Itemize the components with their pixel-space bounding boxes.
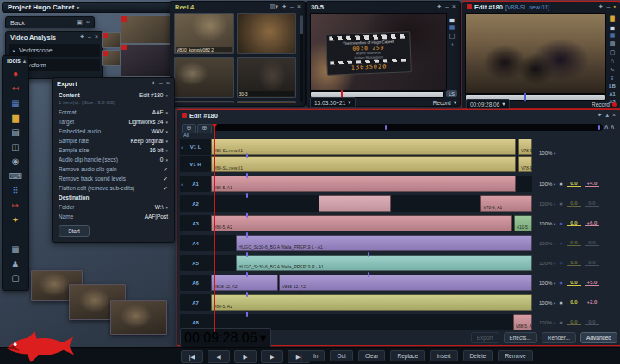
track-trim[interactable]: +5.0: [585, 280, 599, 286]
source-timecode[interactable]: 13:03:30+21▾: [310, 97, 356, 108]
import-icon[interactable]: ↤: [8, 83, 23, 95]
archive-icon[interactable]: ◫: [8, 141, 23, 153]
go-to-start-button[interactable]: |◀: [181, 350, 203, 363]
track-header-a6[interactable]: A6: [180, 275, 211, 291]
setting-value[interactable]: Lightworks 24: [128, 119, 163, 125]
settings-icon[interactable]: ✦: [437, 3, 442, 10]
folders-icon[interactable]: ▄: [450, 15, 455, 22]
stacked-viewer-thumbnail[interactable]: [102, 50, 121, 66]
close-icon[interactable]: ×: [86, 19, 90, 26]
timeline-clip[interactable]: V88-5, A1: [513, 314, 532, 330]
timeline-clip[interactable]: V88-5, A1: [211, 176, 516, 192]
export-button[interactable]: Export: [471, 332, 499, 343]
edit-timecode[interactable]: 00:09:28.06▾: [466, 99, 510, 109]
track-opacity[interactable]: 100% ▾: [539, 201, 555, 207]
name-value[interactable]: AAF|Post: [145, 213, 168, 219]
track-gain[interactable]: 0.0: [567, 280, 581, 286]
bin-clip-tile[interactable]: [174, 57, 234, 98]
track-meter-icon[interactable]: ✱: [559, 261, 563, 266]
grid-icon[interactable]: ▦: [8, 243, 23, 255]
timeline-clip[interactable]: V838-12, A2: [279, 275, 532, 291]
track-header-v1l[interactable]: »V1 L: [180, 139, 211, 155]
viewer-side-label[interactable]: LB: [609, 83, 615, 89]
users-icon[interactable]: ♟: [8, 257, 23, 269]
record-icon[interactable]: ●: [8, 68, 23, 80]
track-opacity[interactable]: 100% ▾: [539, 281, 555, 286]
tiles-icon[interactable]: ▦: [450, 24, 456, 31]
timeline-clip[interactable]: HUGO_Sc30-6_BG A Walla_PREP19 L - A1: [236, 235, 532, 251]
viewer-thumbnail[interactable]: [121, 44, 171, 77]
settings-icon[interactable]: ✦: [282, 3, 287, 10]
zoom-in-icon[interactable]: ⊕: [197, 124, 212, 133]
timeline-clip[interactable]: 410-5: [514, 215, 532, 231]
track-trim[interactable]: +6.0: [585, 220, 599, 226]
zoom-scope-label[interactable]: All: [183, 133, 189, 138]
track-header-a1[interactable]: »A1: [180, 176, 211, 192]
checkbox-checked[interactable]: ✓: [164, 185, 168, 192]
track-header-v1r[interactable]: V1 R: [180, 156, 211, 172]
track-trim[interactable]: +2.0: [585, 299, 599, 305]
track-opacity[interactable]: 100% ▾: [539, 320, 555, 325]
collapse-icon[interactable]: ▴: [605, 112, 609, 119]
track-opacity[interactable]: 100% ▾: [539, 182, 555, 187]
list-icon[interactable]: ▤: [610, 40, 616, 47]
setting-value[interactable]: Keep original: [131, 138, 164, 144]
stacked-viewer-thumbnail[interactable]: [102, 32, 121, 48]
setting-value[interactable]: 16 bit: [150, 147, 164, 153]
timeline-playhead[interactable]: [214, 124, 215, 332]
keyboard-icon[interactable]: ▤: [8, 126, 23, 139]
source-video-frame[interactable]: The Invention of Hugo Cabret 0030 250 Ma…: [310, 13, 447, 91]
track-opacity[interactable]: 100% ▾: [539, 151, 555, 156]
play-button[interactable]: ▶: [234, 350, 257, 363]
viewer-title[interactable]: Edit #180: [474, 3, 503, 11]
viewer-side-label[interactable]: A1: [609, 91, 615, 97]
track-trim[interactable]: 0.0: [585, 240, 599, 246]
advanced-button[interactable]: Advanced: [580, 332, 617, 343]
folder-icon[interactable]: ▆: [610, 15, 614, 22]
track-gain[interactable]: 0.0: [567, 260, 581, 266]
track-meter-icon[interactable]: ✱: [559, 281, 563, 286]
view-mode-icon[interactable]: ▥▾: [270, 3, 278, 10]
bin-title[interactable]: Reel 4: [175, 3, 194, 11]
track-opacity[interactable]: 100% ▾: [539, 221, 555, 226]
monitor-icon[interactable]: ▢: [450, 33, 456, 40]
waveform-icon[interactable]: ∿: [610, 66, 615, 73]
rack-back-panel[interactable]: Back ▣×: [5, 16, 95, 28]
minimize-icon[interactable]: ‒: [290, 3, 294, 10]
track-meter-icon[interactable]: ✱: [559, 320, 563, 325]
track-gain[interactable]: 0.0: [567, 220, 581, 226]
minimize-icon[interactable]: ‒: [607, 3, 611, 10]
step-back-button[interactable]: ◀: [208, 350, 230, 363]
sync-icon[interactable]: ↧: [610, 75, 615, 82]
close-icon[interactable]: ×: [452, 3, 456, 10]
setting-value[interactable]: AAF: [152, 109, 164, 115]
track-header-a3[interactable]: A3: [180, 215, 211, 231]
track-meter-icon[interactable]: ✱: [559, 241, 563, 246]
bin-clip-tile[interactable]: 30-3: [237, 57, 297, 98]
collapse-icon[interactable]: ▴: [23, 58, 27, 65]
bin-clip-tile[interactable]: V830_komp/v082 2: [174, 13, 234, 54]
ls-button[interactable]: LS: [446, 90, 457, 97]
start-export-button[interactable]: Start: [59, 225, 90, 237]
track-trim[interactable]: 0.0: [585, 260, 599, 266]
track-header-a4[interactable]: A4: [180, 235, 211, 251]
track-opacity[interactable]: 100% ▾: [539, 241, 555, 246]
keys-icon[interactable]: ⌨: [8, 170, 23, 182]
bins-icon[interactable]: ▦: [8, 97, 23, 109]
track-header-a2[interactable]: A2: [180, 195, 211, 212]
timeline-clip[interactable]: V838-12, A2: [211, 275, 278, 291]
bin-clip-tile[interactable]: [237, 13, 297, 54]
timeline-clip[interactable]: [319, 195, 391, 212]
viewer-thumbnail[interactable]: [121, 15, 171, 44]
track-trim[interactable]: +4.0: [585, 181, 599, 187]
settings-icon[interactable]: ✦: [598, 3, 604, 10]
delete-button[interactable]: Delete: [463, 350, 493, 361]
track-header-a5[interactable]: A5: [180, 255, 211, 271]
out-button[interactable]: Out: [330, 350, 352, 361]
folder-value[interactable]: W:\: [155, 204, 164, 210]
floating-clip-thumbnail[interactable]: [110, 300, 167, 335]
track-gain[interactable]: 0.0: [567, 201, 581, 207]
record-mode-selector[interactable]: Record: [592, 102, 617, 108]
tiles-icon[interactable]: ⠿: [8, 185, 23, 197]
timeline-clip[interactable]: HUGO_Sc30-6_BG A Walla_PREP19 R - A1: [236, 255, 532, 271]
